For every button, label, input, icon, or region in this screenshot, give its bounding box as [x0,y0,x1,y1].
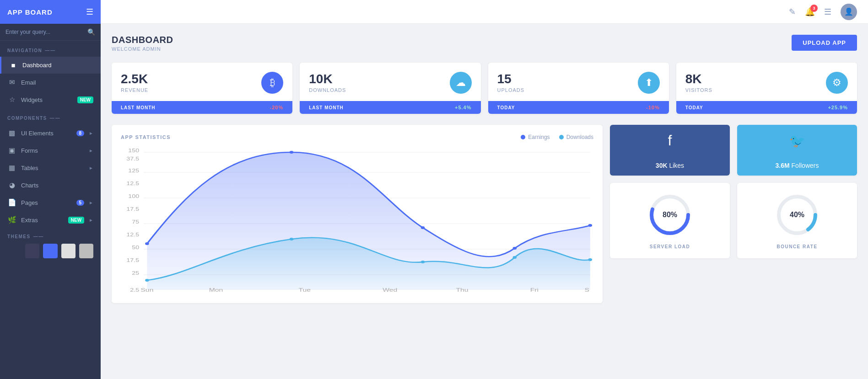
stat-card-0: 2.5K REVENUE ₿ LAST MONTH -20% [112,63,292,114]
chart-card: APP STATISTICS Earnings Downloads [112,125,603,303]
widgets-icon: ☆ [7,96,16,104]
bell-icon[interactable]: 🔔 3 [805,7,815,17]
legend-downloads: Downloads [559,134,593,140]
server-load-value: 80% [663,211,677,219]
chevron-right-icon: ► [89,131,93,136]
svg-point-28 [588,258,593,261]
new-badge: NEW [68,217,84,224]
themes-section: THEMES —— [0,229,101,264]
stat-info: 15 UPLOADS [497,72,525,93]
page-content: DASHBOARD WELCOME ADMIN UPLOAD APP 2.5K … [101,24,868,379]
svg-text:Fri: Fri [530,287,539,293]
page-header: DASHBOARD WELCOME ADMIN UPLOAD APP [112,35,857,52]
sidebar-item-label: Widgets [21,96,73,103]
charts-icon: ◕ [7,181,16,189]
chart-legend: Earnings Downloads [521,134,593,140]
chart-title: APP STATISTICS [121,134,171,140]
stat-footer-label: TODAY [497,105,515,110]
stat-change: -20% [270,105,284,110]
svg-text:Tue: Tue [298,287,311,293]
sidebar-item-dashboard[interactable]: ■ Dashboard [0,57,101,74]
social-row: f 30K Likes 🐦 3.6M Followers [610,125,857,176]
bounce-rate-donut: 40% [774,192,820,238]
chevron-right-icon: ► [89,218,93,223]
stats-row: 2.5K REVENUE ₿ LAST MONTH -20% 10K DOWNL… [112,63,857,114]
svg-text:Wed: Wed [383,287,397,293]
svg-text:100: 100 [128,194,139,199]
search-input[interactable] [5,29,87,35]
menu-icon[interactable]: ☰ [86,7,93,17]
ui-badge: 8 [76,130,85,136]
notification-badge: 3 [810,5,818,12]
sidebar-item-label: UI Elements [21,130,72,137]
content-grid: APP STATISTICS Earnings Downloads [112,125,857,303]
svg-text:2.5: 2.5 [130,288,139,293]
sidebar-item-email[interactable]: ✉ Email [0,74,101,91]
email-icon: ✉ [7,78,16,86]
stat-footer-label: LAST MONTH [121,105,156,110]
chart-area: 2.5 25 17.5 50 12.5 75 17.5 100 12.5 125… [121,148,593,294]
pages-badge: 5 [76,200,85,206]
svg-point-20 [290,151,294,154]
sidebar-item-label: Forms [21,147,84,154]
svg-text:12.5: 12.5 [126,232,139,237]
facebook-card: f 30K Likes [610,125,730,176]
svg-point-19 [145,242,149,245]
stat-card-3: 8K VISITORS ⚙ TODAY +25.9% [676,63,857,114]
stat-icon: ⬆ [638,72,660,94]
theme-swatch-4[interactable] [61,244,75,258]
chat-icon[interactable]: ☰ [824,7,831,17]
page-title-group: DASHBOARD WELCOME ADMIN [112,35,173,52]
right-panel: f 30K Likes 🐦 3.6M Followers [610,125,857,303]
stat-footer-label: LAST MONTH [309,105,344,110]
svg-text:f: f [668,134,672,149]
svg-text:50: 50 [132,245,139,250]
sidebar-item-label: Email [21,79,93,86]
svg-text:🐦: 🐦 [789,134,805,149]
svg-text:125: 125 [128,168,139,173]
bounce-rate-value: 40% [790,211,804,219]
sidebar-item-extras[interactable]: 🌿 Extras NEW ► [0,211,101,229]
sidebar-item-pages[interactable]: 📄 Pages 5 ► [0,194,101,211]
theme-swatch-1[interactable] [7,244,22,258]
chevron-right-icon: ► [89,165,93,171]
stat-icon: ☁ [450,72,472,94]
facebook-icon: f [662,134,678,155]
stat-change: -10% [646,105,660,110]
sidebar-item-tables[interactable]: ▦ Tables ► [0,159,101,176]
search-icon: 🔍 [87,28,95,36]
stat-footer-label: TODAY [685,105,703,110]
sidebar-item-forms[interactable]: ▣ Forms ► [0,142,101,159]
sidebar-item-label: Tables [21,165,84,171]
nav-section-label: NAVIGATION —— [0,41,101,57]
pages-icon: 📄 [7,198,16,207]
pencil-icon[interactable]: ✎ [789,7,796,17]
server-load-label: SERVER LOAD [650,244,690,249]
theme-swatch-3[interactable] [43,244,57,258]
svg-text:17.5: 17.5 [126,207,139,212]
forms-icon: ▣ [7,146,16,155]
theme-swatch-5[interactable] [79,244,93,258]
sidebar-item-charts[interactable]: ◕ Charts [0,176,101,194]
stat-info: 10K DOWNLOADS [309,72,346,93]
svg-text:17.5: 17.5 [126,258,139,263]
upload-app-button[interactable]: UPLOAD APP [792,35,857,51]
stat-footer: TODAY +25.9% [676,101,857,114]
stat-footer: LAST MONTH -20% [112,101,292,114]
app-logo: APP BOARD [7,8,53,16]
svg-text:Thu: Thu [456,287,468,293]
stat-label: UPLOADS [497,87,525,93]
stat-top: 10K DOWNLOADS ☁ [309,72,471,94]
svg-point-23 [588,224,593,227]
sidebar-item-widgets[interactable]: ☆ Widgets NEW [0,91,101,108]
avatar[interactable]: 👤 [841,4,857,20]
sidebar-item-ui-elements[interactable]: ▩ UI Elements 8 ► [0,124,101,142]
search-container: 🔍 [0,24,101,41]
twitter-stat: 3.6M Followers [776,162,819,169]
themes-label: THEMES —— [7,234,93,239]
svg-text:S: S [584,287,589,293]
stat-info: 8K VISITORS [685,72,712,93]
theme-swatch-2[interactable] [25,244,39,258]
page-title: DASHBOARD [112,35,173,45]
stat-label: VISITORS [685,87,712,93]
